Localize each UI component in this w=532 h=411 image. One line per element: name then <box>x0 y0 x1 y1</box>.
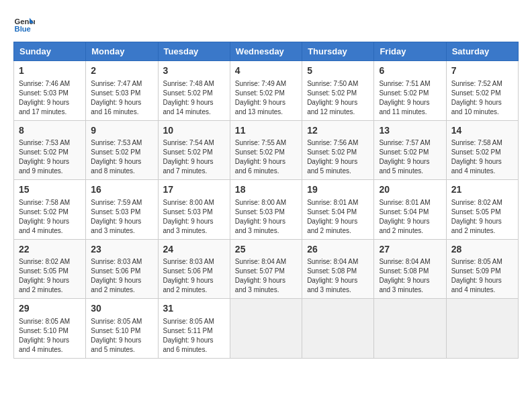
day-number: 9 <box>91 124 152 138</box>
header-saturday: Saturday <box>446 42 518 61</box>
svg-text:Blue: Blue <box>15 25 31 33</box>
page-header: General Blue <box>13 13 519 35</box>
day-info: Sunrise: 7:46 AMSunset: 5:03 PMDaylight:… <box>19 79 81 117</box>
header-monday: Monday <box>86 42 158 61</box>
day-info: Sunrise: 8:01 AMSunset: 5:04 PMDaylight:… <box>307 198 369 236</box>
day-number: 14 <box>451 124 513 138</box>
day-info: Sunrise: 8:04 AMSunset: 5:08 PMDaylight:… <box>307 257 369 295</box>
day-number: 22 <box>19 243 81 257</box>
day-info: Sunrise: 7:56 AMSunset: 5:02 PMDaylight:… <box>307 138 369 176</box>
calendar-cell: 10Sunrise: 7:54 AMSunset: 5:02 PMDayligh… <box>158 120 230 180</box>
day-info: Sunrise: 7:53 AMSunset: 5:02 PMDaylight:… <box>19 138 81 176</box>
day-info: Sunrise: 7:48 AMSunset: 5:02 PMDaylight:… <box>163 79 225 117</box>
day-info: Sunrise: 7:58 AMSunset: 5:02 PMDaylight:… <box>451 138 513 176</box>
day-info: Sunrise: 7:47 AMSunset: 5:03 PMDaylight:… <box>91 79 152 117</box>
day-info: Sunrise: 8:02 AMSunset: 5:05 PMDaylight:… <box>451 198 513 236</box>
logo: General Blue <box>13 13 39 35</box>
calendar-cell: 31Sunrise: 8:05 AMSunset: 5:11 PMDayligh… <box>158 299 230 359</box>
calendar-cell: 27Sunrise: 8:04 AMSunset: 5:08 PMDayligh… <box>374 239 446 299</box>
day-number: 7 <box>451 64 513 78</box>
day-number: 30 <box>91 302 152 316</box>
calendar-week-1: 1Sunrise: 7:46 AMSunset: 5:03 PMDaylight… <box>14 61 519 121</box>
calendar-cell: 25Sunrise: 8:04 AMSunset: 5:07 PMDayligh… <box>230 239 302 299</box>
calendar-cell <box>302 299 374 359</box>
day-info: Sunrise: 8:05 AMSunset: 5:09 PMDaylight:… <box>451 257 513 295</box>
day-info: Sunrise: 8:04 AMSunset: 5:07 PMDaylight:… <box>235 257 297 295</box>
header-thursday: Thursday <box>302 42 374 61</box>
calendar-cell: 20Sunrise: 8:01 AMSunset: 5:04 PMDayligh… <box>374 180 446 240</box>
day-number: 20 <box>379 183 441 197</box>
day-number: 8 <box>19 124 81 138</box>
day-number: 16 <box>91 183 152 197</box>
day-number: 18 <box>235 183 297 197</box>
calendar-cell: 13Sunrise: 7:57 AMSunset: 5:02 PMDayligh… <box>374 120 446 180</box>
calendar-cell: 19Sunrise: 8:01 AMSunset: 5:04 PMDayligh… <box>302 180 374 240</box>
day-number: 3 <box>163 64 225 78</box>
calendar-cell: 29Sunrise: 8:05 AMSunset: 5:10 PMDayligh… <box>14 299 86 359</box>
calendar-cell: 28Sunrise: 8:05 AMSunset: 5:09 PMDayligh… <box>446 239 518 299</box>
day-info: Sunrise: 7:51 AMSunset: 5:02 PMDaylight:… <box>379 79 441 117</box>
calendar-cell: 30Sunrise: 8:05 AMSunset: 5:10 PMDayligh… <box>86 299 158 359</box>
calendar-cell: 23Sunrise: 8:03 AMSunset: 5:06 PMDayligh… <box>86 239 158 299</box>
header-tuesday: Tuesday <box>158 42 230 61</box>
day-info: Sunrise: 7:59 AMSunset: 5:03 PMDaylight:… <box>91 198 152 236</box>
calendar-cell: 2Sunrise: 7:47 AMSunset: 5:03 PMDaylight… <box>86 61 158 121</box>
day-info: Sunrise: 8:02 AMSunset: 5:05 PMDaylight:… <box>19 257 81 295</box>
day-number: 5 <box>307 64 369 78</box>
calendar-cell: 15Sunrise: 7:58 AMSunset: 5:02 PMDayligh… <box>14 180 86 240</box>
day-number: 13 <box>379 124 441 138</box>
day-number: 24 <box>163 243 225 257</box>
day-number: 11 <box>235 124 297 138</box>
calendar-cell: 22Sunrise: 8:02 AMSunset: 5:05 PMDayligh… <box>14 239 86 299</box>
calendar-cell: 14Sunrise: 7:58 AMSunset: 5:02 PMDayligh… <box>446 120 518 180</box>
calendar-cell: 9Sunrise: 7:53 AMSunset: 5:02 PMDaylight… <box>86 120 158 180</box>
day-number: 21 <box>451 183 513 197</box>
calendar-cell: 3Sunrise: 7:48 AMSunset: 5:02 PMDaylight… <box>158 61 230 121</box>
day-number: 29 <box>19 302 81 316</box>
day-number: 6 <box>379 64 441 78</box>
header-wednesday: Wednesday <box>230 42 302 61</box>
calendar-cell: 5Sunrise: 7:50 AMSunset: 5:02 PMDaylight… <box>302 61 374 121</box>
logo-icon: General Blue <box>13 13 35 35</box>
day-info: Sunrise: 8:04 AMSunset: 5:08 PMDaylight:… <box>379 257 441 295</box>
calendar-cell: 12Sunrise: 7:56 AMSunset: 5:02 PMDayligh… <box>302 120 374 180</box>
day-number: 28 <box>451 243 513 257</box>
day-info: Sunrise: 7:49 AMSunset: 5:02 PMDaylight:… <box>235 79 297 117</box>
day-info: Sunrise: 8:01 AMSunset: 5:04 PMDaylight:… <box>379 198 441 236</box>
calendar-cell: 16Sunrise: 7:59 AMSunset: 5:03 PMDayligh… <box>86 180 158 240</box>
calendar-cell: 17Sunrise: 8:00 AMSunset: 5:03 PMDayligh… <box>158 180 230 240</box>
day-info: Sunrise: 8:05 AMSunset: 5:11 PMDaylight:… <box>163 317 225 355</box>
calendar-cell: 1Sunrise: 7:46 AMSunset: 5:03 PMDaylight… <box>14 61 86 121</box>
day-info: Sunrise: 8:00 AMSunset: 5:03 PMDaylight:… <box>235 198 297 236</box>
calendar-cell <box>230 299 302 359</box>
calendar-table: SundayMondayTuesdayWednesdayThursdayFrid… <box>13 42 519 359</box>
day-number: 12 <box>307 124 369 138</box>
header-friday: Friday <box>374 42 446 61</box>
day-number: 26 <box>307 243 369 257</box>
day-number: 19 <box>307 183 369 197</box>
day-info: Sunrise: 7:55 AMSunset: 5:02 PMDaylight:… <box>235 138 297 176</box>
calendar-week-2: 8Sunrise: 7:53 AMSunset: 5:02 PMDaylight… <box>14 120 519 180</box>
day-info: Sunrise: 7:52 AMSunset: 5:02 PMDaylight:… <box>451 79 513 117</box>
calendar-week-5: 29Sunrise: 8:05 AMSunset: 5:10 PMDayligh… <box>14 299 519 359</box>
day-number: 2 <box>91 64 152 78</box>
calendar-cell: 6Sunrise: 7:51 AMSunset: 5:02 PMDaylight… <box>374 61 446 121</box>
day-info: Sunrise: 8:03 AMSunset: 5:06 PMDaylight:… <box>163 257 225 295</box>
day-number: 27 <box>379 243 441 257</box>
day-number: 31 <box>163 302 225 316</box>
calendar-week-3: 15Sunrise: 7:58 AMSunset: 5:02 PMDayligh… <box>14 180 519 240</box>
day-info: Sunrise: 8:05 AMSunset: 5:10 PMDaylight:… <box>19 317 81 355</box>
header-sunday: Sunday <box>14 42 86 61</box>
day-info: Sunrise: 7:58 AMSunset: 5:02 PMDaylight:… <box>19 198 81 236</box>
calendar-cell: 18Sunrise: 8:00 AMSunset: 5:03 PMDayligh… <box>230 180 302 240</box>
calendar-cell: 7Sunrise: 7:52 AMSunset: 5:02 PMDaylight… <box>446 61 518 121</box>
calendar-cell <box>446 299 518 359</box>
day-info: Sunrise: 7:57 AMSunset: 5:02 PMDaylight:… <box>379 138 441 176</box>
day-number: 10 <box>163 124 225 138</box>
day-info: Sunrise: 8:03 AMSunset: 5:06 PMDaylight:… <box>91 257 152 295</box>
calendar-week-4: 22Sunrise: 8:02 AMSunset: 5:05 PMDayligh… <box>14 239 519 299</box>
calendar-cell: 8Sunrise: 7:53 AMSunset: 5:02 PMDaylight… <box>14 120 86 180</box>
day-info: Sunrise: 7:53 AMSunset: 5:02 PMDaylight:… <box>91 138 152 176</box>
calendar-cell: 4Sunrise: 7:49 AMSunset: 5:02 PMDaylight… <box>230 61 302 121</box>
day-info: Sunrise: 8:05 AMSunset: 5:10 PMDaylight:… <box>91 317 152 355</box>
